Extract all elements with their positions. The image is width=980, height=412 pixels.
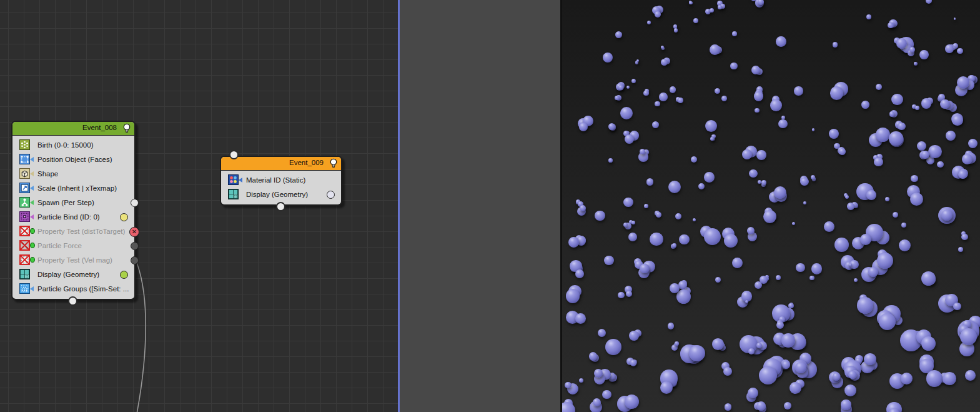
particle-sphere <box>747 227 755 234</box>
particle-sphere <box>615 96 620 101</box>
particle-sphere <box>926 370 943 386</box>
operator-row-display-geometry[interactable]: Display (Geometry) <box>12 267 134 281</box>
particle-sphere <box>640 264 649 273</box>
event-node-008[interactable]: Event_008 Birth (0-0: 15000)Position Obj… <box>11 121 136 300</box>
event-top-port[interactable] <box>229 150 239 159</box>
operator-label: Property Test (Vel mag) <box>37 256 112 264</box>
particle-sphere <box>579 378 583 383</box>
particle-sphere <box>755 108 759 113</box>
operator-input-wedge[interactable] <box>30 286 34 291</box>
particle-view-canvas[interactable]: Event_008 Birth (0-0: 15000)Position Obj… <box>0 0 398 412</box>
event-bottom-port[interactable] <box>276 202 285 211</box>
birth-icon <box>19 139 30 150</box>
particle-sphere <box>566 289 580 303</box>
operator-row-shape[interactable]: Shape <box>12 166 134 181</box>
operator-row-property-test-disttotarget[interactable]: Property Test (distToTarget) <box>12 224 134 238</box>
particle-sphere <box>945 44 953 53</box>
event-bottom-port[interactable] <box>68 296 77 306</box>
operator-row-material-id-static[interactable]: Material ID (Static) <box>221 173 341 187</box>
operator-row-property-test-vel-mag[interactable]: Property Test (Vel mag) <box>12 253 134 267</box>
particle-sphere <box>674 28 678 33</box>
test-output-dot[interactable] <box>327 191 335 199</box>
particle-sphere <box>672 243 676 248</box>
operator-input-wedge[interactable] <box>30 214 34 219</box>
particle-sphere <box>705 120 717 132</box>
test-input-dot[interactable] <box>30 257 35 263</box>
particle-sphere <box>857 297 874 314</box>
particle-sphere <box>604 256 614 266</box>
particle-sphere <box>874 158 883 166</box>
lightbulb-icon[interactable] <box>329 158 338 171</box>
particle-sphere <box>876 84 882 90</box>
particle-sphere <box>710 137 713 140</box>
particle-sphere <box>660 381 673 394</box>
operator-label: Display (Geometry) <box>246 191 308 198</box>
particle-sphere <box>754 91 764 101</box>
particle-sphere <box>891 94 903 105</box>
particle-sphere <box>721 96 727 101</box>
operator-input-wedge[interactable] <box>30 200 34 205</box>
particle-sphere <box>661 59 668 66</box>
particle-sphere <box>715 277 721 283</box>
particle-sphere <box>693 218 696 221</box>
particle-sphere <box>776 321 784 329</box>
particle-sphere <box>710 8 714 13</box>
particle-sphere <box>893 212 898 218</box>
particle-sphere <box>643 91 648 96</box>
particle-sphere <box>655 101 660 107</box>
particle-viewport[interactable] <box>562 0 980 412</box>
particle-sphere <box>848 371 857 379</box>
operator-row-scale-inherit-xtexmap[interactable]: Scale (Inherit | xTexmap) <box>12 181 134 195</box>
panel-splitter[interactable] <box>398 0 400 412</box>
operator-row-display-geometry[interactable]: Display (Geometry) <box>221 187 341 201</box>
particle-sphere <box>679 234 689 244</box>
event-009-titlebar[interactable]: Event_009 <box>221 157 341 171</box>
particle-sphere <box>625 134 634 144</box>
test-output-dot[interactable] <box>120 271 128 279</box>
operator-row-particle-force[interactable]: Particle Force <box>12 238 134 253</box>
test-output-dot[interactable] <box>131 199 139 207</box>
operator-input-wedge[interactable] <box>30 157 34 162</box>
operator-input-wedge[interactable] <box>30 171 34 176</box>
operator-label: Display (Geometry) <box>37 271 99 278</box>
particle-sphere <box>921 336 936 351</box>
particle-sphere <box>650 233 663 246</box>
event-008-titlebar[interactable]: Event_008 <box>12 122 134 136</box>
particle-sphere <box>778 119 787 128</box>
operator-row-position-object-faces[interactable]: Position Object (Faces) <box>12 152 134 166</box>
connection-wire[interactable] <box>135 258 146 412</box>
particle-sphere <box>876 128 890 142</box>
particle-sphere <box>957 48 963 54</box>
operator-label: Spawn (Per Step) <box>37 199 94 206</box>
test-output-blocked-dot[interactable]: ✕ <box>129 227 139 237</box>
operator-input-wedge[interactable] <box>30 186 34 191</box>
particle-sphere <box>730 63 737 69</box>
particle-sphere <box>841 399 851 409</box>
particle-sphere <box>749 169 758 178</box>
particle-groups-icon <box>19 283 30 294</box>
operator-label: Property Test (distToTarget) <box>37 228 125 235</box>
particle-sphere <box>909 47 915 53</box>
particle-sphere <box>833 42 838 47</box>
test-input-dot[interactable] <box>30 243 35 248</box>
operator-row-particle-groups-sim-set[interactable]: Particle Groups ([Sim-Set: ... <box>12 281 134 296</box>
particle-sphere <box>789 382 801 394</box>
operator-row-particle-bind-id-0[interactable]: Particle Bind (ID: 0) <box>12 209 134 224</box>
lightbulb-icon[interactable] <box>122 123 131 136</box>
particle-bind-icon <box>19 211 30 222</box>
particle-sphere <box>623 223 628 227</box>
test-output-dot[interactable] <box>131 242 139 250</box>
particle-sphere <box>792 222 796 226</box>
particle-sphere <box>914 62 917 65</box>
particle-sphere <box>629 331 639 341</box>
particle-sphere <box>656 212 661 218</box>
operator-row-birth-0-0-15000[interactable]: Birth (0-0: 15000) <box>12 138 134 152</box>
operator-input-wedge[interactable] <box>239 178 242 183</box>
test-input-dot[interactable] <box>30 228 35 234</box>
particle-sphere <box>724 234 738 248</box>
test-output-dot[interactable] <box>131 256 139 264</box>
test-output-dot[interactable] <box>120 213 128 221</box>
operator-list: Birth (0-0: 15000)Position Object (Faces… <box>12 136 134 299</box>
event-node-009[interactable]: Event_009 Material ID (Static)Display (G… <box>220 156 342 206</box>
operator-row-spawn-per-step[interactable]: Spawn (Per Step) <box>12 195 134 209</box>
